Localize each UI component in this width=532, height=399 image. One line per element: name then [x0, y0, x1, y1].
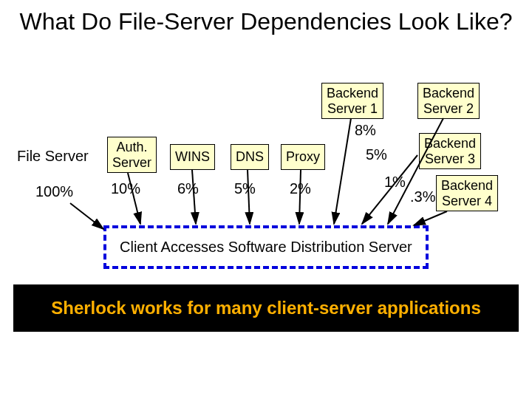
pct-6: 6% — [177, 180, 199, 197]
pct-5-dns: 5% — [234, 180, 256, 197]
svg-line-8 — [414, 211, 447, 225]
backend-server-4-box: BackendServer 4 — [436, 175, 498, 211]
pct-5-b3: 5% — [366, 146, 387, 163]
auth-server-box: Auth.Server — [107, 137, 157, 173]
pct-2: 2% — [290, 180, 311, 197]
proxy-box: Proxy — [281, 144, 325, 170]
wins-box: WINS — [170, 144, 215, 170]
page-title: What Do File-Server Dependencies Look Li… — [0, 7, 532, 35]
sherlock-banner: Sherlock works for many client-server ap… — [13, 284, 519, 332]
file-server-label: File Server — [17, 148, 89, 165]
backend-server-3-box: BackendServer 3 — [419, 133, 481, 169]
dns-box: DNS — [231, 144, 269, 170]
pct-03: .3% — [410, 188, 435, 205]
backend-server-1-box: BackendServer 1 — [321, 83, 383, 119]
pct-100: 100% — [35, 183, 73, 200]
pct-1: 1% — [384, 174, 406, 191]
pct-10: 10% — [111, 180, 140, 197]
pct-8: 8% — [355, 122, 376, 139]
svg-line-5 — [334, 118, 351, 224]
backend-server-2-box: BackendServer 2 — [417, 83, 480, 119]
svg-line-0 — [70, 203, 103, 229]
client-access-box: Client Accesses Software Distribution Se… — [103, 225, 429, 269]
